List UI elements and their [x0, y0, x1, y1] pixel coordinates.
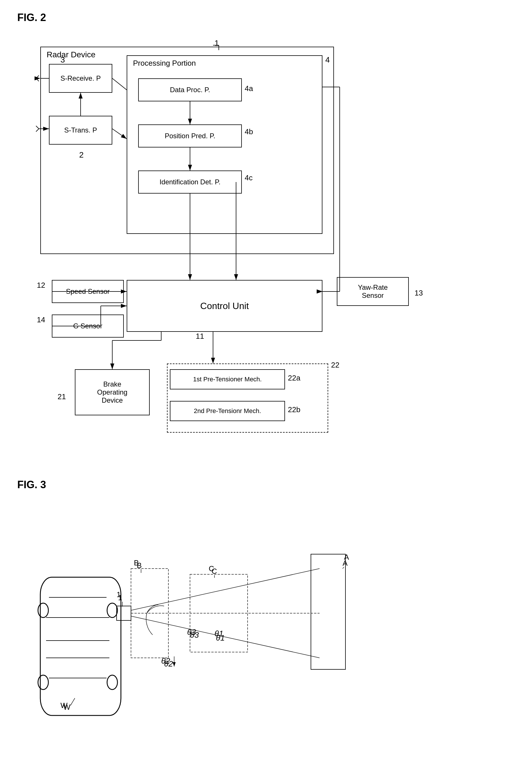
- fig3-label-B: B: [134, 558, 139, 567]
- label-22: 22: [331, 361, 340, 370]
- fig3-label-A: A: [344, 553, 349, 562]
- label-22a: 22a: [288, 374, 300, 382]
- pos-pred-box: Position Pred. P.: [138, 124, 242, 148]
- yaw-sensor-label: Yaw-Rate Sensor: [358, 284, 388, 300]
- fig3-label-C: C: [209, 564, 214, 573]
- fig3-label-W: W: [61, 701, 68, 710]
- label-12: 12: [37, 281, 45, 290]
- svg-rect-43: [117, 606, 131, 620]
- processing-label: Processing Portion: [133, 59, 196, 68]
- svg-point-40: [107, 603, 118, 617]
- radar-device-label: Radar Device: [47, 50, 96, 59]
- fig3-label-1: 1: [117, 590, 121, 599]
- fig3-theta2: θ2: [161, 656, 170, 666]
- label-4a: 4a: [245, 84, 253, 93]
- svg-point-39: [38, 603, 48, 617]
- svg-line-47: [131, 568, 320, 610]
- brake-box: Brake Operating Device: [75, 369, 150, 415]
- svg-line-59: [71, 698, 75, 705]
- svg-rect-33: [40, 577, 121, 715]
- svg-rect-51: [311, 554, 346, 669]
- label-3: 3: [61, 55, 65, 65]
- svg-point-42: [107, 675, 118, 690]
- fig3-theta1: θ1: [214, 629, 223, 638]
- svg-line-5: [36, 75, 39, 78]
- ident-box: Identification Det. P.: [138, 171, 242, 194]
- label-14: 14: [37, 316, 45, 324]
- yaw-sensor-box: Yaw-Rate Sensor: [337, 277, 409, 306]
- speed-sensor-box: Speed Sensor: [52, 280, 124, 303]
- svg-line-8: [36, 126, 39, 129]
- data-proc-box: Data Proc. P.: [138, 78, 242, 101]
- label-4b: 4b: [245, 127, 253, 136]
- label-22b: 22b: [288, 405, 300, 414]
- fig2-container: 1 Radar Device 3 S-Receive. P S-Trans. P…: [17, 29, 507, 456]
- s-trans-box: S-Trans. P: [49, 116, 112, 145]
- fig3-container: 1 A B C W θ1 θ2 θ3: [17, 496, 507, 765]
- label-21: 21: [58, 392, 66, 401]
- control-unit-box: Control Unit: [127, 280, 322, 332]
- pre1-box: 1st Pre-Tensioner Mech.: [170, 369, 285, 389]
- fig3-label: FIG. 3: [17, 479, 515, 491]
- label-11: 11: [196, 332, 204, 341]
- label-2: 2: [79, 150, 84, 160]
- fig3-theta3: θ3: [187, 628, 196, 637]
- label-4: 4: [325, 55, 330, 65]
- svg-line-6: [36, 78, 39, 81]
- g-sensor-box: G Sensor: [52, 315, 124, 338]
- svg-line-9: [36, 129, 39, 132]
- svg-line-48: [131, 616, 320, 658]
- s-receive-box: S-Receive. P: [49, 64, 112, 93]
- label-13: 13: [414, 289, 423, 298]
- fig2-label: FIG. 2: [17, 12, 515, 24]
- svg-point-41: [38, 675, 48, 690]
- pre2-box: 2nd Pre-Tensionr Mech.: [170, 401, 285, 421]
- brake-label: Brake Operating Device: [97, 380, 127, 404]
- label-4c: 4c: [245, 173, 252, 182]
- fig3-diagram: 1 A B C W θ1 θ2 θ3: [17, 496, 507, 765]
